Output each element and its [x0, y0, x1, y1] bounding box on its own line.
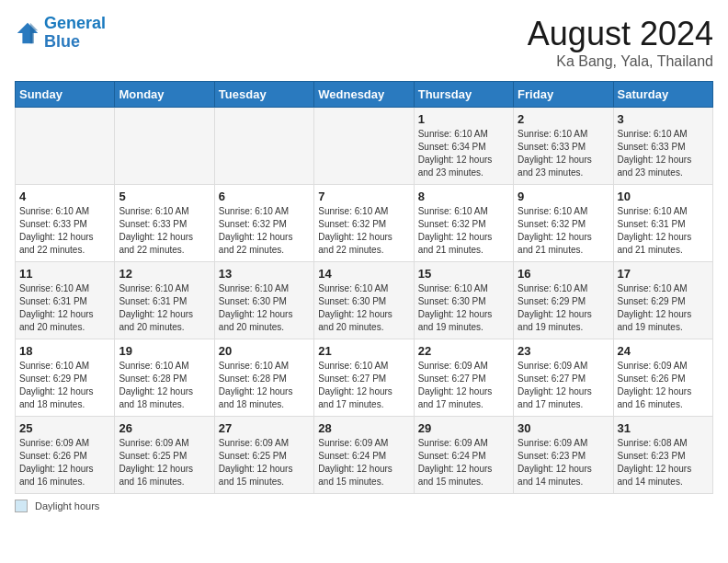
day-number: 23 — [518, 344, 609, 358]
calendar-cell: 2Sunrise: 6:10 AM Sunset: 6:33 PM Daylig… — [514, 108, 613, 185]
cell-info: Sunrise: 6:10 AM Sunset: 6:28 PM Dayligh… — [219, 360, 310, 411]
calendar-cell: 6Sunrise: 6:10 AM Sunset: 6:32 PM Daylig… — [214, 185, 313, 262]
cell-info: Sunrise: 6:10 AM Sunset: 6:29 PM Dayligh… — [19, 360, 110, 411]
day-number: 21 — [318, 344, 409, 358]
cell-info: Sunrise: 6:10 AM Sunset: 6:30 PM Dayligh… — [418, 282, 509, 334]
day-number: 18 — [19, 344, 110, 358]
day-header-thursday: Thursday — [414, 82, 513, 108]
cell-info: Sunrise: 6:09 AM Sunset: 6:26 PM Dayligh… — [19, 437, 110, 488]
day-number: 26 — [119, 421, 210, 435]
calendar-cell: 10Sunrise: 6:10 AM Sunset: 6:31 PM Dayli… — [613, 185, 712, 262]
cell-info: Sunrise: 6:08 AM Sunset: 6:23 PM Dayligh… — [618, 437, 709, 488]
calendar-cell — [115, 108, 214, 185]
calendar-cell: 22Sunrise: 6:09 AM Sunset: 6:27 PM Dayli… — [414, 339, 513, 417]
logo-line1: General — [44, 14, 106, 32]
cell-info: Sunrise: 6:10 AM Sunset: 6:33 PM Dayligh… — [518, 128, 609, 179]
day-number: 20 — [219, 344, 310, 358]
calendar-cell: 15Sunrise: 6:10 AM Sunset: 6:30 PM Dayli… — [414, 262, 513, 339]
calendar-cell: 31Sunrise: 6:08 AM Sunset: 6:23 PM Dayli… — [613, 417, 712, 494]
calendar-cell: 29Sunrise: 6:09 AM Sunset: 6:24 PM Dayli… — [414, 417, 513, 494]
week-row-2: 4Sunrise: 6:10 AM Sunset: 6:33 PM Daylig… — [16, 185, 713, 262]
day-number: 6 — [219, 190, 310, 203]
day-header-monday: Monday — [115, 82, 214, 108]
calendar-cell: 14Sunrise: 6:10 AM Sunset: 6:30 PM Dayli… — [314, 262, 414, 339]
subtitle: Ka Bang, Yala, Thailand — [528, 53, 713, 70]
calendar-cell: 19Sunrise: 6:10 AM Sunset: 6:28 PM Dayli… — [115, 339, 214, 417]
day-number: 9 — [518, 190, 609, 203]
day-number: 31 — [618, 421, 709, 435]
cell-info: Sunrise: 6:10 AM Sunset: 6:31 PM Dayligh… — [19, 282, 110, 334]
day-number: 8 — [418, 190, 509, 203]
day-number: 5 — [119, 190, 210, 203]
day-header-tuesday: Tuesday — [214, 82, 313, 108]
footer-label: Daylight hours — [35, 500, 99, 511]
week-row-5: 25Sunrise: 6:09 AM Sunset: 6:26 PM Dayli… — [16, 417, 713, 494]
day-number: 25 — [19, 421, 110, 435]
cell-info: Sunrise: 6:09 AM Sunset: 6:27 PM Dayligh… — [518, 360, 609, 411]
cell-info: Sunrise: 6:09 AM Sunset: 6:24 PM Dayligh… — [318, 437, 409, 488]
calendar-cell: 12Sunrise: 6:10 AM Sunset: 6:31 PM Dayli… — [115, 262, 214, 339]
page-header: General Blue August 2024 Ka Bang, Yala, … — [15, 15, 713, 70]
day-number: 11 — [19, 267, 110, 281]
calendar-cell: 17Sunrise: 6:10 AM Sunset: 6:29 PM Dayli… — [613, 262, 712, 339]
days-header-row: SundayMondayTuesdayWednesdayThursdayFrid… — [16, 82, 713, 108]
cell-info: Sunrise: 6:10 AM Sunset: 6:28 PM Dayligh… — [119, 360, 210, 411]
calendar-cell: 8Sunrise: 6:10 AM Sunset: 6:32 PM Daylig… — [414, 185, 513, 262]
day-number: 19 — [119, 344, 210, 358]
calendar-table: SundayMondayTuesdayWednesdayThursdayFrid… — [15, 81, 713, 494]
day-header-saturday: Saturday — [613, 82, 712, 108]
calendar-cell: 27Sunrise: 6:09 AM Sunset: 6:25 PM Dayli… — [214, 417, 313, 494]
calendar-cell: 9Sunrise: 6:10 AM Sunset: 6:32 PM Daylig… — [514, 185, 613, 262]
calendar-cell: 7Sunrise: 6:10 AM Sunset: 6:32 PM Daylig… — [314, 185, 414, 262]
day-number: 14 — [318, 267, 409, 281]
cell-info: Sunrise: 6:09 AM Sunset: 6:26 PM Dayligh… — [618, 360, 709, 411]
day-number: 10 — [618, 190, 709, 203]
day-header-friday: Friday — [514, 82, 613, 108]
footer-box — [15, 500, 28, 512]
calendar-cell: 13Sunrise: 6:10 AM Sunset: 6:30 PM Dayli… — [214, 262, 313, 339]
day-number: 27 — [219, 421, 310, 435]
day-number: 17 — [618, 267, 709, 281]
cell-info: Sunrise: 6:10 AM Sunset: 6:33 PM Dayligh… — [618, 128, 709, 179]
day-number: 1 — [418, 112, 509, 126]
week-row-1: 1Sunrise: 6:10 AM Sunset: 6:34 PM Daylig… — [16, 108, 713, 185]
calendar-cell: 21Sunrise: 6:10 AM Sunset: 6:27 PM Dayli… — [314, 339, 414, 417]
day-header-wednesday: Wednesday — [314, 82, 414, 108]
cell-info: Sunrise: 6:09 AM Sunset: 6:23 PM Dayligh… — [518, 437, 609, 488]
cell-info: Sunrise: 6:09 AM Sunset: 6:27 PM Dayligh… — [418, 360, 509, 411]
day-number: 30 — [518, 421, 609, 435]
cell-info: Sunrise: 6:10 AM Sunset: 6:30 PM Dayligh… — [219, 282, 310, 334]
day-number: 15 — [418, 267, 509, 281]
calendar-cell: 26Sunrise: 6:09 AM Sunset: 6:25 PM Dayli… — [115, 417, 214, 494]
cell-info: Sunrise: 6:10 AM Sunset: 6:29 PM Dayligh… — [618, 282, 709, 334]
calendar-cell — [314, 108, 414, 185]
calendar-cell: 25Sunrise: 6:09 AM Sunset: 6:26 PM Dayli… — [16, 417, 115, 494]
calendar-cell: 11Sunrise: 6:10 AM Sunset: 6:31 PM Dayli… — [16, 262, 115, 339]
cell-info: Sunrise: 6:09 AM Sunset: 6:25 PM Dayligh… — [219, 437, 310, 488]
svg-marker-0 — [17, 23, 38, 43]
day-header-sunday: Sunday — [16, 82, 115, 108]
week-row-4: 18Sunrise: 6:10 AM Sunset: 6:29 PM Dayli… — [16, 339, 713, 417]
day-number: 16 — [518, 267, 609, 281]
calendar-cell: 24Sunrise: 6:09 AM Sunset: 6:26 PM Dayli… — [613, 339, 712, 417]
day-number: 22 — [418, 344, 509, 358]
main-title: August 2024 — [528, 15, 713, 53]
calendar-cell — [16, 108, 115, 185]
day-number: 2 — [518, 112, 609, 126]
calendar-cell: 23Sunrise: 6:09 AM Sunset: 6:27 PM Dayli… — [514, 339, 613, 417]
day-number: 24 — [618, 344, 709, 358]
day-number: 4 — [19, 190, 110, 203]
calendar-cell: 20Sunrise: 6:10 AM Sunset: 6:28 PM Dayli… — [214, 339, 313, 417]
day-number: 7 — [318, 190, 409, 203]
footer: Daylight hours — [15, 500, 713, 512]
day-number: 29 — [418, 421, 509, 435]
calendar-cell: 16Sunrise: 6:10 AM Sunset: 6:29 PM Dayli… — [514, 262, 613, 339]
cell-info: Sunrise: 6:10 AM Sunset: 6:27 PM Dayligh… — [318, 360, 409, 411]
cell-info: Sunrise: 6:10 AM Sunset: 6:31 PM Dayligh… — [618, 205, 709, 257]
day-number: 13 — [219, 267, 310, 281]
cell-info: Sunrise: 6:10 AM Sunset: 6:34 PM Dayligh… — [418, 128, 509, 179]
cell-info: Sunrise: 6:10 AM Sunset: 6:32 PM Dayligh… — [318, 205, 409, 257]
cell-info: Sunrise: 6:10 AM Sunset: 6:33 PM Dayligh… — [119, 205, 210, 257]
calendar-cell — [214, 108, 313, 185]
day-number: 28 — [318, 421, 409, 435]
